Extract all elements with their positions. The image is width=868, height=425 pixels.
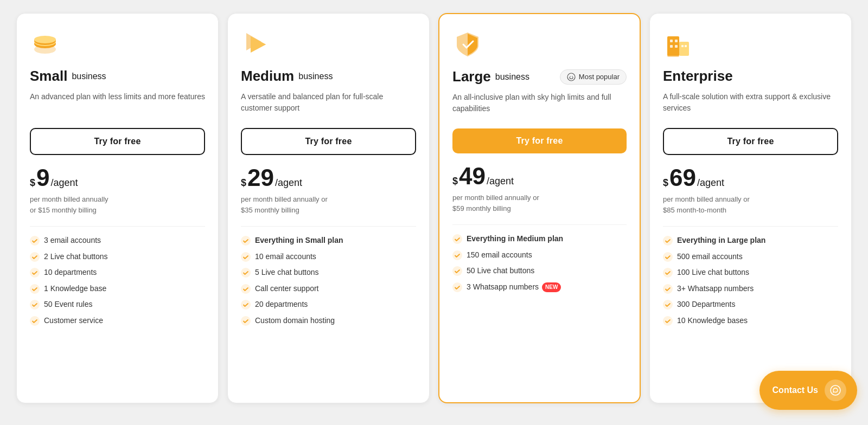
svg-point-25 (452, 266, 462, 276)
price-amount-enterprise: 69 (669, 166, 696, 190)
svg-point-6 (30, 252, 40, 262)
contact-us-label: Contact Us (773, 385, 818, 395)
divider-small (30, 226, 205, 227)
plan-description-large: An all-inclusive plan with sky high limi… (452, 92, 627, 118)
plan-icon-large (452, 29, 483, 60)
try-free-button-small[interactable]: Try for free (30, 128, 205, 155)
feature-item: 3 Whatsapp numbersNEW (452, 282, 627, 293)
price-billing-small: per month billed annuallyor $15 monthly … (30, 194, 205, 215)
feature-item: Everything in Large plan (663, 235, 838, 246)
feature-text: 3 Whatsapp numbersNEW (467, 282, 561, 293)
feature-text: 2 Live chat buttons (44, 252, 108, 262)
svg-point-14 (241, 236, 251, 246)
feature-text: 100 Live chat buttons (677, 267, 749, 278)
svg-marker-13 (251, 36, 266, 53)
svg-point-8 (30, 284, 40, 294)
feature-item: 10 Knowledge bases (663, 315, 838, 326)
feature-item: Everything in Small plan (241, 235, 416, 246)
feature-item: Customer service (30, 315, 205, 326)
divider-medium (241, 226, 416, 227)
feature-item: 100 Live chat buttons (663, 267, 838, 278)
price-main-small: $ 9 /agent (30, 166, 205, 190)
feature-text: Everything in Small plan (255, 235, 343, 246)
price-section-enterprise: $ 69 /agent (663, 166, 838, 190)
feature-text: Everything in Large plan (677, 235, 765, 246)
price-per-enterprise: /agent (697, 177, 724, 189)
feature-item: 5 Live chat buttons (241, 267, 416, 278)
try-free-button-medium[interactable]: Try for free (241, 128, 416, 155)
plan-header-enterprise: Enterprise (663, 68, 838, 85)
svg-point-7 (30, 268, 40, 278)
svg-rect-29 (679, 42, 689, 56)
svg-point-40 (663, 300, 673, 310)
svg-point-18 (241, 300, 251, 310)
feature-text: Customer service (44, 315, 103, 326)
price-amount-medium: 29 (247, 166, 274, 190)
features-list-small: 3 email accounts 2 Live chat buttons 10 … (30, 235, 205, 326)
plan-type-large: business (495, 72, 529, 82)
feature-text: Call center support (255, 284, 319, 294)
svg-rect-34 (681, 45, 684, 47)
plan-icon-small (30, 29, 60, 59)
try-free-button-large[interactable]: Try for free (452, 128, 627, 153)
feature-item: 1 Knowledge base (30, 284, 205, 294)
feature-text: 10 Knowledge bases (677, 315, 748, 326)
price-billing-medium: per month billed annually or$35 monthly … (241, 194, 416, 215)
svg-point-39 (663, 284, 673, 294)
feature-text: Everything in Medium plan (467, 234, 563, 244)
svg-point-5 (30, 236, 40, 246)
price-dollar-medium: $ (241, 177, 246, 189)
feature-text: 5 Live chat buttons (255, 267, 319, 278)
plan-type-medium: business (298, 72, 333, 81)
feature-text: 50 Event rules (44, 299, 93, 310)
feature-text: 1 Knowledge base (44, 284, 106, 294)
feature-item: 10 email accounts (241, 252, 416, 262)
feature-item: Call center support (241, 284, 416, 294)
plan-card-small: Small business An advanced plan with les… (16, 13, 219, 403)
feature-item: 3 email accounts (30, 235, 205, 246)
features-list-medium: Everything in Small plan 10 email accoun… (241, 235, 416, 326)
price-billing-large: per month billed annually or$59 monthly … (452, 192, 627, 214)
price-dollar-enterprise: $ (663, 177, 668, 189)
svg-point-36 (663, 236, 673, 246)
plan-type-small: business (72, 72, 106, 81)
feature-text: 10 email accounts (255, 252, 316, 262)
feature-text: 3+ Whatsapp numbers (677, 284, 754, 294)
plan-header-medium: Medium business (241, 68, 416, 85)
contact-us-button[interactable]: Contact Us (760, 371, 857, 410)
price-per-small: /agent (51, 177, 78, 189)
price-main-enterprise: $ 69 /agent (663, 166, 838, 190)
plan-card-enterprise: Enterprise A full-scale solution with ex… (649, 13, 852, 403)
svg-rect-33 (675, 45, 678, 48)
feature-item: 50 Live chat buttons (452, 266, 627, 276)
feature-item: 300 Departments (663, 299, 838, 310)
features-list-enterprise: Everything in Large plan 500 email accou… (663, 235, 838, 326)
svg-point-17 (241, 284, 251, 294)
plan-header-large: Large business Most popular (452, 68, 627, 85)
most-popular-badge: Most popular (560, 69, 627, 85)
svg-point-10 (30, 316, 40, 326)
feature-text: 3 email accounts (44, 235, 101, 246)
price-per-large: /agent (487, 176, 514, 187)
try-free-button-enterprise[interactable]: Try for free (663, 128, 838, 155)
feature-item: 10 departments (30, 267, 205, 278)
svg-point-37 (663, 252, 673, 262)
feature-text: 300 Departments (677, 299, 735, 310)
feature-text: 20 departments (255, 299, 308, 310)
plan-icon-medium (241, 29, 271, 59)
divider-enterprise (663, 226, 838, 227)
price-per-medium: /agent (275, 177, 302, 189)
plan-description-small: An advanced plan with less limits and mo… (30, 91, 205, 117)
price-dollar-small: $ (30, 177, 35, 189)
svg-rect-35 (685, 45, 687, 47)
price-section-medium: $ 29 /agent (241, 166, 416, 190)
svg-rect-32 (670, 45, 673, 48)
plan-icon-enterprise (663, 29, 693, 59)
plan-header-small: Small business (30, 68, 205, 85)
feature-text: 50 Live chat buttons (467, 266, 534, 276)
svg-point-21 (570, 76, 571, 77)
svg-point-42 (831, 385, 840, 395)
plan-card-medium: Medium business A versatile and balanced… (227, 13, 430, 403)
price-amount-large: 49 (459, 164, 486, 188)
svg-point-9 (30, 300, 40, 310)
